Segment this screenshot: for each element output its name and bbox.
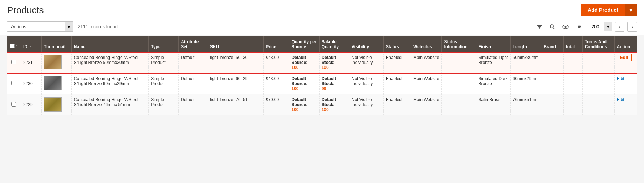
prev-page-button[interactable]: ‹: [615, 22, 625, 32]
sort-arrow: ↑: [16, 44, 18, 48]
row-price: £43.00: [264, 73, 289, 94]
row-qty: Default Source: 100: [289, 52, 319, 73]
per-page-dropdown-button[interactable]: ▾: [604, 22, 612, 31]
table-row: 2231 Concealed Bearing Hinge M/Steel - S…: [7, 52, 637, 73]
records-count: 2111 records found: [78, 24, 118, 29]
row-visibility: Not Visible Individually: [349, 94, 383, 115]
row-id: 2229: [21, 94, 41, 115]
filter-icon: [537, 24, 542, 30]
th-id[interactable]: ID ↑: [21, 36, 41, 52]
search-icon: [550, 24, 555, 30]
row-statusinfo: [442, 73, 476, 94]
row-action: Edit: [614, 94, 637, 115]
svg-line-1: [553, 28, 554, 29]
filter-button[interactable]: [535, 23, 545, 31]
row-thumbnail: [41, 52, 71, 73]
actions-dropdown-button[interactable]: ▾: [65, 22, 73, 31]
qty-value: 100: [291, 65, 298, 70]
row-websites: Main Website: [411, 52, 442, 73]
row-checkbox-cell: [7, 94, 21, 115]
row-statusinfo: [442, 52, 476, 73]
visibility-button[interactable]: [560, 23, 571, 30]
row-status: Enabled: [383, 94, 411, 115]
th-length[interactable]: Length: [510, 36, 541, 52]
row-visibility: Not Visible Individually: [349, 73, 383, 94]
actions-select[interactable]: Actions: [7, 22, 65, 31]
row-id: 2230: [21, 73, 41, 94]
qty-label: Default Source:: [291, 97, 307, 107]
edit-link[interactable]: Edit: [617, 97, 624, 102]
th-qty[interactable]: Quantity per Source: [289, 36, 319, 52]
settings-button[interactable]: [574, 23, 584, 31]
row-finish: Simulated Light Bronze: [476, 52, 510, 73]
per-page-wrap: 200 ▾: [587, 22, 612, 31]
th-action[interactable]: Action: [614, 36, 637, 52]
row-thumbnail: [41, 73, 71, 94]
row-salable: Default Stock: 99: [319, 73, 349, 94]
row-sku: light_bronze_50_30: [208, 52, 264, 73]
edit-link[interactable]: Edit: [617, 54, 632, 61]
th-price[interactable]: Price: [264, 36, 289, 52]
thumbnail-image: [44, 97, 62, 112]
row-attrset: Default: [179, 94, 208, 115]
svg-point-0: [550, 25, 553, 28]
row-id: 2231: [21, 52, 41, 73]
row-terms: [582, 73, 614, 94]
row-action: Edit: [614, 73, 637, 94]
eye-icon: [562, 25, 569, 29]
row-name: Concealed Bearing Hinge M/Steel - S/Ligh…: [71, 73, 148, 94]
salable-value: 100: [322, 107, 329, 112]
row-websites: Main Website: [411, 73, 442, 94]
th-status[interactable]: Status: [383, 36, 411, 52]
search-button[interactable]: [547, 23, 557, 31]
row-salable: Default Stock: 100: [319, 94, 349, 115]
per-page-input[interactable]: 200: [587, 22, 604, 31]
th-terms[interactable]: Terms And Conditions: [582, 36, 614, 52]
th-total[interactable]: total: [563, 36, 582, 52]
next-page-button[interactable]: ›: [627, 22, 637, 32]
th-sku[interactable]: SKU: [208, 36, 264, 52]
add-product-button[interactable]: Add Product: [581, 4, 625, 16]
th-type[interactable]: Type: [149, 36, 179, 52]
th-name[interactable]: Name: [71, 36, 148, 52]
id-sort-arrow: ↑: [29, 45, 31, 49]
row-checkbox[interactable]: [11, 60, 16, 64]
th-attrset[interactable]: Attribute Set: [179, 36, 208, 52]
th-websites[interactable]: Websites: [411, 36, 442, 52]
th-salable[interactable]: Salable Quantity: [319, 36, 349, 52]
row-attrset: Default: [179, 52, 208, 73]
toolbar-right: 200 ▾ ‹ ›: [535, 22, 637, 32]
salable-value: 99: [322, 86, 326, 91]
row-status: Enabled: [383, 52, 411, 73]
products-table-wrap: ↑ ID ↑ Thumbnail Name Type Attribute Set…: [0, 36, 644, 115]
row-salable: Default Stock: 100: [319, 52, 349, 73]
table-header-row: ↑ ID ↑ Thumbnail Name Type Attribute Set…: [7, 36, 637, 52]
row-websites: Main Website: [411, 94, 442, 115]
th-visibility[interactable]: Visibility: [349, 36, 383, 52]
qty-value: 100: [291, 86, 298, 91]
th-brand[interactable]: Brand: [541, 36, 564, 52]
row-checkbox-cell: [7, 73, 21, 94]
row-type: Simple Product: [149, 73, 179, 94]
row-action: Edit: [614, 52, 637, 73]
row-finish: Simulated Dark Bronze: [476, 73, 510, 94]
select-all-checkbox[interactable]: [10, 44, 15, 48]
row-checkbox[interactable]: [11, 81, 16, 85]
th-finish[interactable]: Finish: [476, 36, 510, 52]
thumbnail-image: [44, 76, 62, 90]
row-length: 60mmx29mm: [510, 73, 541, 94]
row-total: [563, 94, 582, 115]
page-header: Products Add Product ▼: [0, 0, 644, 19]
salable-label: Default Stock:: [322, 97, 336, 107]
row-visibility: Not Visible Individually: [349, 52, 383, 73]
row-brand: [541, 94, 564, 115]
row-name: Concealed Bearing Hinge M/Steel - S/Ligh…: [71, 52, 148, 73]
row-checkbox[interactable]: [11, 102, 16, 107]
th-statusinfo[interactable]: Status Information: [442, 36, 476, 52]
add-product-dropdown-button[interactable]: ▼: [625, 4, 637, 16]
row-finish: Satin Brass: [476, 94, 510, 115]
actions-select-wrap: Actions ▾: [7, 21, 73, 32]
table-row: 2230 Concealed Bearing Hinge M/Steel - S…: [7, 73, 637, 94]
row-length: 76mmx51mm: [510, 94, 541, 115]
edit-link[interactable]: Edit: [617, 76, 624, 81]
